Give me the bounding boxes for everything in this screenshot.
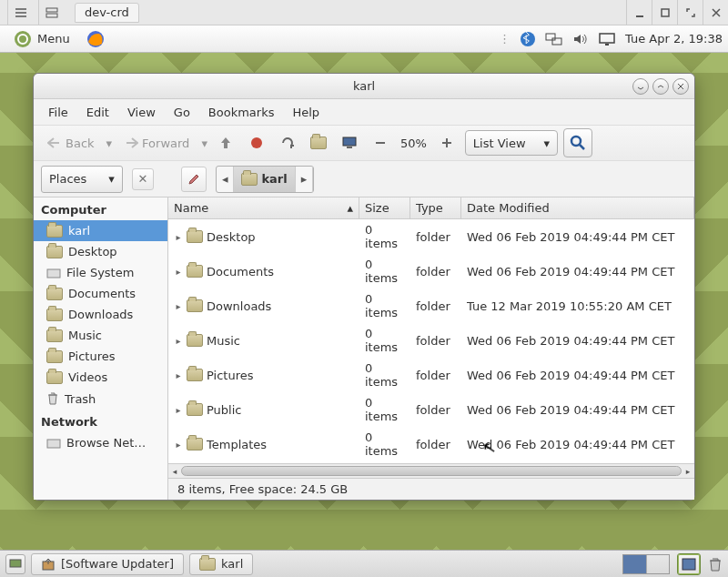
- menu-go[interactable]: Go: [167, 102, 197, 123]
- show-desktop-button[interactable]: [5, 554, 25, 574]
- file-size: 0 items: [359, 325, 410, 356]
- fm-minimize-button[interactable]: [632, 78, 649, 95]
- search-button[interactable]: [563, 128, 592, 157]
- sidebar-item-filesystem[interactable]: File System: [34, 262, 167, 283]
- back-dropdown[interactable]: ▾: [106, 137, 113, 150]
- file-name: Desktop: [207, 230, 256, 244]
- chevron-down-icon: ▾: [544, 137, 551, 150]
- horizontal-scrollbar[interactable]: ◂ ▸: [168, 463, 694, 478]
- sidebar-item-pictures[interactable]: Pictures: [34, 346, 167, 367]
- expander-icon[interactable]: ▸: [174, 267, 183, 277]
- close-side-panel-button[interactable]: ✕: [132, 168, 154, 190]
- edit-path-button[interactable]: [181, 167, 207, 192]
- view-mode-label: List View: [473, 137, 526, 150]
- window-list-icon[interactable]: [38, 0, 64, 25]
- path-back-arrow[interactable]: ◂: [217, 167, 235, 192]
- status-bar: 8 items, Free space: 24.5 GB: [168, 478, 694, 500]
- outer-close-button[interactable]: [703, 0, 728, 25]
- expander-icon[interactable]: ▸: [174, 405, 183, 415]
- firefox-launcher[interactable]: [86, 29, 106, 49]
- task-current-window[interactable]: [677, 553, 701, 575]
- sidebar-item-documents[interactable]: Documents: [34, 283, 167, 304]
- home-button[interactable]: [306, 130, 331, 156]
- expander-icon[interactable]: ▸: [174, 232, 183, 242]
- expander-icon[interactable]: ▸: [174, 301, 183, 311]
- network-icon[interactable]: [545, 32, 563, 46]
- svg-rect-8: [552, 38, 561, 45]
- column-size[interactable]: Size: [359, 197, 410, 218]
- file-list[interactable]: Name▴ Size Type Date Modified ▸ Desktop0…: [168, 197, 694, 463]
- expander-icon[interactable]: ▸: [174, 440, 183, 450]
- workspace-1[interactable]: [623, 555, 647, 573]
- sidebar-item-desktop[interactable]: Desktop: [34, 241, 167, 262]
- menu-file[interactable]: File: [41, 102, 76, 123]
- table-row[interactable]: ▸ Pictures0 itemsfolderWed 06 Feb 2019 0…: [168, 358, 694, 392]
- fm-titlebar[interactable]: karl: [34, 74, 694, 99]
- table-row[interactable]: ▸ Music0 itemsfolderWed 06 Feb 2019 04:4…: [168, 323, 694, 358]
- folder-icon: [46, 350, 63, 363]
- task-software-updater[interactable]: [Software Updater]: [31, 553, 184, 575]
- path-forward-arrow[interactable]: ▸: [296, 167, 314, 192]
- sidebar-item-trash[interactable]: Trash: [34, 388, 167, 410]
- clock[interactable]: Tue Apr 2, 19:38: [625, 32, 723, 46]
- column-date[interactable]: Date Modified: [461, 197, 694, 218]
- sidebar-item-karl[interactable]: karl: [34, 220, 167, 241]
- file-size: 0 items: [359, 290, 410, 321]
- zoom-in-button[interactable]: [434, 130, 460, 156]
- outer-tab[interactable]: dev-crd: [75, 3, 139, 23]
- computer-button[interactable]: [337, 130, 362, 156]
- outer-maximize-button[interactable]: [652, 0, 677, 25]
- outer-minimize-button[interactable]: [626, 0, 652, 25]
- back-button[interactable]: Back: [41, 130, 101, 156]
- sidebar-item-downloads[interactable]: Downloads: [34, 304, 167, 325]
- stop-button[interactable]: [244, 130, 269, 156]
- up-button[interactable]: [213, 130, 238, 156]
- side-panel-selector[interactable]: Places ▾: [41, 166, 123, 193]
- reload-button[interactable]: [275, 130, 300, 156]
- forward-button[interactable]: Forward: [117, 130, 196, 156]
- task-karl[interactable]: karl: [189, 553, 253, 575]
- trash-applet-icon[interactable]: [708, 556, 723, 572]
- file-date: Wed 06 Feb 2019 04:49:44 PM CET: [461, 436, 694, 453]
- view-mode-select[interactable]: List View ▾: [465, 130, 558, 156]
- display-icon[interactable]: [598, 32, 616, 46]
- fm-close-button[interactable]: [672, 78, 689, 95]
- path-segment-label: karl: [261, 172, 287, 186]
- forward-dropdown[interactable]: ▾: [201, 137, 207, 150]
- scroll-left-arrow[interactable]: ◂: [168, 464, 181, 478]
- menu-button[interactable]: Menu: [5, 27, 78, 51]
- fm-maximize-button[interactable]: [652, 78, 669, 95]
- table-row[interactable]: ▸ Desktop0 itemsfolderWed 06 Feb 2019 04…: [168, 219, 694, 254]
- expander-icon[interactable]: ▸: [174, 336, 183, 346]
- table-row[interactable]: ▸ Documents0 itemsfolderWed 06 Feb 2019 …: [168, 254, 694, 288]
- menu-view[interactable]: View: [120, 102, 163, 123]
- column-type[interactable]: Type: [410, 197, 461, 218]
- outer-titlebar: dev-crd: [0, 0, 728, 25]
- workspace-switcher[interactable]: [622, 554, 670, 574]
- tray-handle-icon[interactable]: ⋮: [499, 32, 511, 46]
- hamburger-icon[interactable]: [7, 0, 33, 25]
- file-date: Wed 06 Feb 2019 04:49:44 PM CET: [461, 332, 694, 349]
- sidebar-item-videos[interactable]: Videos: [34, 367, 167, 388]
- expander-icon[interactable]: ▸: [174, 370, 183, 380]
- table-row[interactable]: ▸ Downloads0 itemsfolderTue 12 Mar 2019 …: [168, 288, 694, 323]
- sidebar-item-music[interactable]: Music: [34, 325, 167, 346]
- menu-bookmarks[interactable]: Bookmarks: [201, 102, 282, 123]
- sidebar-item-browse-network[interactable]: Browse Net…: [34, 432, 167, 453]
- outer-fullscreen-button[interactable]: [677, 0, 703, 25]
- menu-help[interactable]: Help: [285, 102, 327, 123]
- table-row[interactable]: ▸ Templates0 itemsfolderWed 06 Feb 2019 …: [168, 427, 694, 461]
- show-desktop-icon: [9, 559, 22, 570]
- zoom-out-button[interactable]: [368, 130, 393, 156]
- distro-logo-icon: [14, 30, 32, 48]
- workspace-2[interactable]: [647, 555, 670, 573]
- path-segment-current[interactable]: karl: [234, 167, 295, 192]
- bluetooth-icon[interactable]: [520, 31, 536, 47]
- scroll-right-arrow[interactable]: ▸: [682, 464, 694, 478]
- table-row[interactable]: ▸ Public0 itemsfolderWed 06 Feb 2019 04:…: [168, 392, 694, 427]
- scroll-thumb[interactable]: [181, 466, 682, 476]
- column-name[interactable]: Name▴: [168, 197, 359, 218]
- menu-edit[interactable]: Edit: [79, 102, 116, 123]
- sound-icon[interactable]: [572, 32, 589, 46]
- folder-icon: [187, 438, 203, 450]
